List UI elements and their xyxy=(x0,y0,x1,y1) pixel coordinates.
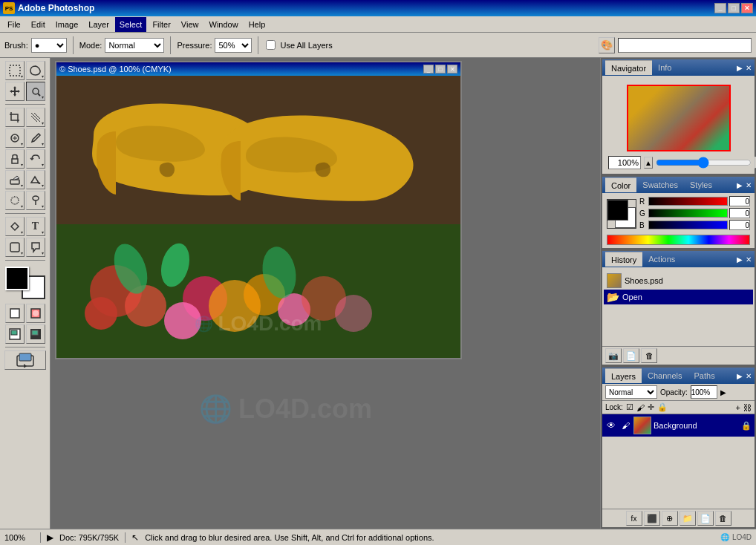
tool-pen[interactable]: ▾ xyxy=(5,217,25,236)
history-item-open[interactable]: 📂 Open xyxy=(604,290,753,304)
tool-slice[interactable]: ▾ xyxy=(26,108,45,127)
menu-view[interactable]: View xyxy=(177,17,203,32)
doc-minimize-button[interactable]: _ xyxy=(423,65,434,74)
menu-image[interactable]: Image xyxy=(51,17,83,32)
minimize-button[interactable]: _ xyxy=(714,3,726,13)
b-slider-track[interactable] xyxy=(648,221,728,229)
layer-name[interactable]: Background xyxy=(654,421,739,430)
layer-adjustment-button[interactable]: ⊕ xyxy=(662,511,678,526)
foreground-color[interactable] xyxy=(5,267,29,290)
document-image-container[interactable]: 🌐 LO4D.com xyxy=(56,76,460,358)
menu-edit[interactable]: Edit xyxy=(27,17,50,32)
navigator-tab[interactable]: Navigator xyxy=(605,60,652,75)
g-value-input[interactable]: 0 xyxy=(729,208,750,218)
tool-text[interactable]: T ▾ xyxy=(26,217,45,236)
paths-tab[interactable]: Paths xyxy=(688,368,721,383)
layers-menu-arrow[interactable]: ▶ xyxy=(737,372,743,380)
color-close-button[interactable]: ✕ xyxy=(746,181,752,189)
history-menu-arrow[interactable]: ▶ xyxy=(737,255,743,264)
history-tab[interactable]: History xyxy=(605,252,642,267)
menu-layer[interactable]: Layer xyxy=(84,17,114,32)
tool-eraser[interactable]: ▾ xyxy=(5,170,25,189)
tool-lasso[interactable]: ▾ xyxy=(26,61,45,80)
doc-restore-button[interactable]: □ xyxy=(435,65,446,74)
tool-magic-wand[interactable]: ▾ xyxy=(26,82,45,101)
opacity-arrow[interactable]: ▶ xyxy=(720,388,726,396)
tool-brush[interactable]: ▾ xyxy=(26,128,45,148)
r-value-input[interactable]: 0 xyxy=(729,196,750,206)
layer-blend-mode-select[interactable]: Normal xyxy=(605,385,657,399)
tool-history-brush[interactable]: ▾ xyxy=(26,149,45,169)
b-value-input[interactable]: 0 xyxy=(729,220,750,230)
layer-group-button[interactable]: 📁 xyxy=(680,511,696,526)
tool-quick-mask[interactable] xyxy=(26,304,45,323)
history-item-shoes[interactable]: Shoes.psd xyxy=(604,272,753,290)
history-new-button[interactable]: 📄 xyxy=(623,348,639,363)
tool-screen-mode-2[interactable] xyxy=(26,324,45,344)
tool-marquee[interactable]: ▾ xyxy=(5,61,25,80)
layer-effects-button[interactable]: fx xyxy=(626,511,642,526)
info-tab[interactable]: Info xyxy=(652,60,677,75)
layer-background[interactable]: 👁 🖌 Background 🔒 xyxy=(602,414,755,437)
menu-select[interactable]: Select xyxy=(115,17,147,32)
pressure-selector[interactable]: 50% xyxy=(215,38,252,53)
lock-position-icon[interactable]: ✛ xyxy=(648,402,654,412)
use-all-layers-checkbox[interactable] xyxy=(266,40,276,50)
menu-window[interactable]: Window xyxy=(205,17,243,32)
tool-jump-imageready[interactable] xyxy=(4,350,46,370)
color-spectrum[interactable] xyxy=(607,235,750,245)
navigator-close-button[interactable]: ✕ xyxy=(746,64,752,72)
navigator-preview[interactable] xyxy=(627,85,731,151)
menu-help[interactable]: Help xyxy=(244,17,270,32)
layer-delete-button[interactable]: 🗑 xyxy=(715,511,731,526)
tool-annotation[interactable]: ▾ xyxy=(26,238,45,257)
tool-screen-mode-1[interactable] xyxy=(5,324,25,344)
layer-new-button[interactable]: 📄 xyxy=(697,511,714,526)
doc-close-button[interactable]: ✕ xyxy=(447,65,457,74)
tool-stamp[interactable]: ▾ xyxy=(5,149,25,169)
brush-selector[interactable]: ● xyxy=(31,38,67,53)
color-selector[interactable] xyxy=(5,267,45,299)
tool-healing[interactable]: ▾ xyxy=(5,128,25,148)
tool-shape[interactable]: ▾ xyxy=(5,238,25,257)
cursor-icon: ▶ xyxy=(47,532,53,543)
tool-move[interactable] xyxy=(5,82,25,101)
lock-all-icon[interactable]: 🔒 xyxy=(657,402,668,412)
tool-fill[interactable]: ▾ xyxy=(26,170,45,189)
layers-close-button[interactable]: ✕ xyxy=(746,372,752,380)
close-button[interactable]: ✕ xyxy=(741,3,753,13)
mode-selector[interactable]: Normal xyxy=(105,38,164,53)
navigator-menu-arrow[interactable]: ▶ xyxy=(737,64,743,72)
tool-standard-mode[interactable] xyxy=(5,304,25,323)
color-preview-box[interactable] xyxy=(607,199,636,229)
history-close-button[interactable]: ✕ xyxy=(746,255,752,264)
color-input[interactable] xyxy=(618,38,752,53)
foreground-color-box[interactable] xyxy=(607,200,628,221)
swatches-tab[interactable]: Swatches xyxy=(636,177,684,192)
tool-blur[interactable]: ▾ xyxy=(5,191,25,210)
navigator-zoom-input[interactable]: 100% xyxy=(608,156,641,169)
layer-mask-button[interactable]: ⬛ xyxy=(644,511,660,526)
actions-tab[interactable]: Actions xyxy=(642,252,681,267)
lock-transparency-icon[interactable]: ☑ xyxy=(626,402,633,412)
menu-filter[interactable]: Filter xyxy=(148,17,175,32)
g-slider-track[interactable] xyxy=(648,209,728,218)
color-menu-arrow[interactable]: ▶ xyxy=(737,181,743,189)
history-snapshot-button[interactable]: 📷 xyxy=(605,348,622,363)
zoom-slider[interactable] xyxy=(656,157,752,168)
r-slider-track[interactable] xyxy=(648,197,728,206)
layers-tab[interactable]: Layers xyxy=(605,368,642,383)
layer-visibility-toggle[interactable]: 👁 xyxy=(605,420,617,431)
channels-tab[interactable]: Channels xyxy=(642,368,688,383)
color-tab[interactable]: Color xyxy=(605,177,636,192)
restore-button[interactable]: □ xyxy=(728,3,740,13)
styles-tab[interactable]: Styles xyxy=(684,177,718,192)
tool-crop[interactable] xyxy=(5,108,25,127)
menu-file[interactable]: File xyxy=(3,17,25,32)
palette-button[interactable]: 🎨 xyxy=(599,37,615,53)
opacity-input[interactable]: 100% xyxy=(691,385,717,399)
tool-dodge[interactable]: ▾ xyxy=(26,191,45,210)
history-delete-button[interactable]: 🗑 xyxy=(641,348,657,363)
zoom-out-button[interactable]: ▲ xyxy=(644,157,653,169)
lock-paint-icon[interactable]: 🖌 xyxy=(636,403,645,412)
